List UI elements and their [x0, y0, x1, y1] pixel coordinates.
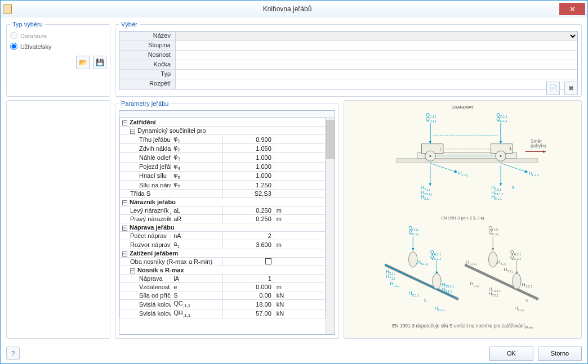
save-disk-icon[interactable]: 💾 [93, 56, 106, 69]
param-group[interactable]: −Nosník s R-max [120, 266, 326, 275]
dialog-window: Knihovna jeřábů ✕ Typ výběru Databáze Už… [0, 0, 588, 364]
param-unit: m [274, 283, 325, 291]
param-unit [274, 171, 325, 180]
radio-uzivatelsky[interactable]: Uživatelsky [10, 43, 106, 50]
svg-point-75 [513, 273, 521, 289]
param-value[interactable]: 1.000 [222, 162, 274, 171]
svg-marker-68 [492, 248, 495, 251]
param-group[interactable]: −Nárazník jeřábu [120, 198, 326, 206]
svg-text:Směrpohybu: Směrpohybu [531, 138, 546, 149]
param-value[interactable]: 1.050 [222, 144, 274, 153]
param-group[interactable]: −Dynamický součinitel pro [120, 127, 326, 135]
svg-marker-32 [429, 183, 432, 186]
titlebar: Knihovna jeřábů ✕ [1, 1, 587, 17]
client-area: Typ výběru Databáze Uživatelsky 📂 💾 Výbě… [1, 17, 587, 343]
svg-text:CRANEWAY: CRANEWAY [452, 105, 474, 109]
svg-marker-8 [500, 141, 502, 144]
param-group[interactable]: −Náprava jeřábu [120, 223, 326, 232]
param-unit [274, 275, 325, 283]
svg-text:HL,2,1: HL,2,1 [515, 305, 525, 312]
param-group[interactable]: −Zatížení jeřábem [120, 249, 326, 258]
ok-button[interactable]: OK [489, 347, 533, 361]
svg-line-25 [430, 163, 456, 172]
save-item-icon[interactable]: 📄 [546, 82, 560, 95]
param-symbol: a1 [171, 240, 222, 249]
svg-text:HS,2,j: HS,2,j [504, 267, 513, 273]
nazev-select[interactable] [176, 32, 577, 41]
param-value[interactable]: 2 [222, 232, 274, 240]
svg-text:S: S [424, 298, 426, 302]
vyber-h-4: Typ [119, 70, 176, 79]
param-unit [274, 232, 325, 240]
param-value[interactable]: 3.600 [222, 240, 274, 249]
left-placeholder [6, 100, 110, 339]
vyber-legend: Výběr [119, 21, 140, 28]
param-value[interactable]: S2,S3 [222, 190, 274, 198]
svg-text:HS,1,1: HS,1,1 [409, 290, 420, 296]
param-symbol [171, 190, 222, 198]
param-value[interactable]: 0.250 [222, 215, 274, 223]
typ-vyberu-legend: Typ výběru [10, 21, 45, 28]
cancel-button[interactable]: Storno [538, 347, 582, 361]
svg-marker-37 [500, 183, 502, 186]
typ-vyberu-group: Typ výběru Databáze Uživatelsky 📂 💾 [6, 21, 110, 97]
vyber-h-1: Skupina [119, 41, 176, 50]
svg-marker-46 [412, 248, 415, 251]
svg-text:1: 1 [509, 147, 511, 151]
svg-text:HS,2,1: HS,2,1 [522, 282, 533, 288]
param-value[interactable]: 0.00 [222, 291, 274, 300]
param-unit: m [274, 206, 325, 215]
svg-text:HL,2,j: HL,2,j [470, 281, 479, 287]
vyber-h-5: Rozpětí [119, 79, 176, 89]
svg-text:HT3,2,j: HT3,2,j [466, 259, 477, 266]
app-icon [3, 5, 12, 14]
radio-databaze[interactable]: Databáze [10, 32, 106, 39]
param-label: Vzdálenost síly od příčení jeřábu [120, 283, 171, 291]
param-value[interactable]: 0.900 [222, 135, 274, 144]
param-label: Oba nosníky (R-max a R-min) [120, 258, 223, 266]
param-symbol: φ4 [171, 162, 222, 171]
svg-text:HT3,1,j: HT3,1,j [417, 259, 429, 266]
param-symbol: nA [171, 232, 222, 240]
param-value[interactable]: 57.00 [222, 309, 274, 318]
svg-point-49 [409, 252, 417, 268]
param-value[interactable]: 18.00 [222, 300, 274, 309]
param-label: Pojezd jeřábu [120, 162, 171, 171]
svg-marker-4 [429, 141, 432, 144]
param-unit: kN [274, 309, 325, 318]
help-button[interactable]: ? [6, 347, 20, 360]
param-symbol: e [171, 283, 222, 291]
svg-point-21 [500, 155, 501, 157]
param-symbol: S [171, 291, 222, 300]
svg-point-54 [433, 273, 441, 289]
svg-text:S: S [512, 186, 515, 190]
param-value[interactable]: 1.250 [222, 180, 274, 189]
param-unit [274, 162, 325, 171]
footer: ? OK Storno [1, 343, 587, 363]
svg-text:EN 1991-3 (obr. 2.3, 2.4): EN 1991-3 (obr. 2.3, 2.4) [442, 216, 484, 221]
params-legend: Parametry jeřábu [119, 100, 171, 107]
svg-text:HL,1,j: HL,1,j [458, 170, 467, 177]
vyber-h-0: Název [119, 32, 176, 41]
window-title: Knihovna jeřábů [15, 5, 559, 13]
param-checkbox[interactable] [222, 258, 274, 266]
svg-line-69 [465, 265, 538, 299]
param-value[interactable]: 1 [222, 275, 274, 283]
param-label: Svislá kolová zatížení [120, 309, 171, 318]
delete-item-icon[interactable]: ✖ [564, 82, 578, 95]
param-label: Hnací sílu [120, 171, 171, 180]
vyber-grid: Název Skupina Nosnost Kočka Typ Rozpětí [119, 31, 578, 89]
close-button[interactable]: ✕ [559, 3, 585, 15]
param-value[interactable]: 1.000 [222, 171, 274, 180]
svg-point-17 [429, 155, 431, 157]
scrollbar[interactable] [326, 118, 335, 334]
param-label: Zdvih nákladu [120, 144, 171, 153]
param-label: Síla od příčení jeřábu [120, 291, 171, 300]
param-value[interactable]: 0.000 [222, 283, 274, 291]
param-value[interactable]: 0.250 [222, 206, 274, 215]
param-symbol: QC,1,1 [171, 300, 222, 309]
open-folder-icon[interactable]: 📂 [76, 56, 90, 69]
param-group[interactable]: −Zatřídění [120, 118, 326, 127]
param-unit: m [274, 240, 325, 249]
param-value[interactable]: 1.000 [222, 153, 274, 162]
